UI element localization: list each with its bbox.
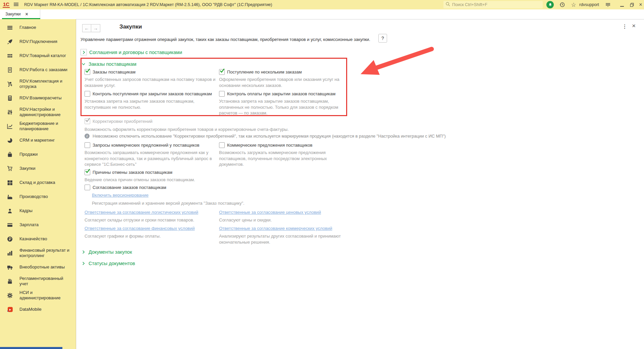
enable-versioning-link[interactable]: Включить версионирование: [92, 193, 149, 198]
checkbox-checked-icon: [219, 69, 225, 75]
search-input[interactable]: Поиск Ctrl+Shift+F: [443, 1, 543, 8]
checkbox-supplier-quotes[interactable]: Коммерческие предложения поставщиков: [219, 142, 312, 148]
desc-purchase-corrections: Возможность оформлять корректировки прио…: [85, 127, 413, 133]
desc-versioning: Регистрация изменений и хранение версий …: [92, 200, 293, 206]
sidebar-item-rdv-shipping[interactable]: RDV:Комплектация и отгрузка: [0, 77, 76, 91]
page-title: Закупки: [119, 23, 142, 30]
1c-logo: 1С: [3, 1, 10, 8]
sidebar-item-rdv-catalog[interactable]: RDV:Товарный каталог: [0, 49, 76, 63]
section-document-statuses[interactable]: Статусы документов: [80, 260, 135, 266]
desc-supplier-orders: Учет собственных запросов поставщикам на…: [85, 77, 217, 88]
tab-close-icon[interactable]: ×: [25, 12, 28, 16]
checkbox-checked-icon: [85, 69, 90, 75]
chevron-down-icon: [80, 61, 86, 67]
close-form-icon[interactable]: ×: [632, 22, 636, 30]
search-placeholder: Поиск Ctrl+Shift+F: [452, 2, 487, 7]
link-logistics-approvers[interactable]: Ответственные за согласование логистичес…: [85, 210, 198, 215]
forward-button[interactable]: →: [91, 24, 100, 32]
back-button[interactable]: ←: [82, 24, 91, 32]
gear-icon: [0, 293, 19, 298]
sidebar-item-finresult[interactable]: Финансовый результат и контроллинг: [0, 246, 76, 260]
sidebar-item-datamobile[interactable]: DataMobile: [0, 302, 76, 316]
sidebar-item-production[interactable]: Производство: [0, 190, 76, 204]
section-supplier-orders[interactable]: Заказы поставщикам: [80, 61, 137, 67]
register-icon: [0, 279, 19, 284]
sections-panel: Главное RDV:Подключения RDV:Товарный кат…: [0, 19, 76, 349]
sidebar-item-nsi[interactable]: НСИ и администрирование: [0, 288, 76, 302]
minimize-icon[interactable]: [618, 1, 626, 8]
link-commercial-approvers[interactable]: Ответственные за согласование коммерческ…: [219, 226, 332, 231]
tab-purchases[interactable]: Закупки ×: [2, 9, 40, 19]
checkbox-receipt-control[interactable]: Контроль поступления при закрытии заказо…: [85, 91, 212, 97]
sidebar-item-warehouse[interactable]: Склад и доставка: [0, 176, 76, 190]
rocket-icon: [0, 39, 19, 45]
chevron-right-icon: [80, 249, 86, 255]
sidebar-item-rdv-connections[interactable]: RDV:Подключения: [0, 35, 76, 49]
desc-cancel-reasons: Ведение списка причин отмены заказов пос…: [85, 177, 252, 183]
section-agreements[interactable]: Соглашения и договоры с поставщиками: [80, 49, 182, 55]
section-purchase-documents[interactable]: Документы закупок: [80, 249, 132, 255]
main-menu-icon[interactable]: [13, 2, 19, 8]
favorites-star-icon[interactable]: ☆: [570, 1, 578, 8]
person-icon: [0, 208, 19, 214]
chevron-right-icon: [80, 260, 86, 266]
link-price-approvers[interactable]: Ответственные за согласование ценовых ус…: [219, 210, 321, 215]
chevron-right-icon: [80, 49, 87, 55]
back-arrow-icon: ←: [85, 26, 89, 31]
sidebar-item-budgeting[interactable]: Бюджетирование и планирование: [0, 119, 76, 133]
checkbox-cancel-reasons[interactable]: Причины отмены заказов поставщикам: [85, 169, 172, 175]
current-user[interactable]: rdvsupport: [579, 2, 599, 7]
datamobile-logo: [0, 306, 19, 313]
menu-icon: [0, 25, 19, 31]
calculator-icon: [0, 95, 19, 101]
history-icon[interactable]: [558, 1, 566, 8]
sidebar-item-rdv-settlements[interactable]: RDV:Взаиморасчеты: [0, 91, 76, 105]
help-button[interactable]: ?: [378, 34, 387, 43]
catalog-grid-icon: [0, 53, 19, 59]
sidebar-item-sales[interactable]: Продажи: [0, 147, 76, 161]
link-finance-approvers[interactable]: Ответственные за согласование финансовых…: [85, 226, 195, 231]
sidebar-item-assets[interactable]: Внеоборотные активы: [0, 260, 76, 274]
warehouse-icon: [0, 180, 19, 186]
sidebar-item-regulated[interactable]: Регламентированный учет: [0, 274, 76, 288]
card-icon: [0, 222, 19, 228]
info-icon: i: [85, 134, 90, 139]
notifications-bell-icon[interactable]: [546, 1, 554, 8]
application-window: 1С RDV Маркет RM-KA-MODEL / 1С:Комплексн…: [0, 0, 644, 349]
checkbox-supplier-orders[interactable]: Заказы поставщикам: [85, 69, 136, 75]
sidebar-item-rdv-orders[interactable]: RDV:Работа с заказами: [0, 63, 76, 77]
forward-arrow-icon: →: [93, 26, 98, 31]
more-actions-icon[interactable]: ⋮: [622, 23, 628, 30]
sidebar-item-main[interactable]: Главное: [0, 20, 76, 35]
checkbox-unchecked-icon: [219, 91, 225, 97]
sidebar-item-treasury[interactable]: Казначейство: [0, 232, 76, 246]
checkbox-purchase-corrections: Корректировки приобретений: [85, 118, 152, 124]
desc-finance-approvers: Согласуют графики и формы оплаты.: [85, 233, 217, 239]
taskbar-strip: [0, 347, 62, 349]
ruble-icon: [0, 236, 19, 242]
desc-rfq: Возможность запрашивать коммерческие пре…: [85, 150, 217, 167]
sidebar-item-crm[interactable]: CRM и маркетинг: [0, 133, 76, 147]
checkbox-order-approval[interactable]: Согласование заказов поставщикам: [85, 185, 166, 190]
checkbox-unchecked-icon: [85, 185, 90, 190]
sidebar-item-rdv-admin[interactable]: RDV:Настройки и администрирование: [0, 105, 76, 119]
sidebar-item-purchases[interactable]: Закупки: [0, 161, 76, 176]
checkbox-checked-disabled-icon: [85, 118, 90, 124]
checkbox-rfq[interactable]: Запросы коммерческих предложений у поста…: [85, 142, 199, 148]
desc-logistics-approvers: Согласуют склады отгрузки и сроки постав…: [85, 217, 217, 223]
handtruck-icon: [0, 81, 19, 87]
sidebar-item-hr[interactable]: Кадры: [0, 204, 76, 218]
desc-multi-order-receipt: Оформление приобретения товаров или оказ…: [219, 77, 347, 88]
checkbox-payment-control[interactable]: Контроль оплаты при закрытии заказов пос…: [219, 91, 335, 97]
tab-bar: Закупки ×: [0, 9, 644, 19]
annotation-arrow: [349, 42, 443, 81]
search-icon: [445, 2, 450, 8]
service-menu-icon[interactable]: [604, 1, 612, 8]
close-window-icon[interactable]: ×: [637, 1, 644, 8]
bar-chart-icon: [0, 250, 19, 256]
window-title: RDV Маркет RM-KA-MODEL / 1С:Комплексная …: [24, 2, 272, 7]
sidebar-item-salary[interactable]: Зарплата: [0, 218, 76, 232]
checkbox-multi-order-receipt[interactable]: Поступление по нескольким заказам: [219, 69, 302, 75]
restore-window-icon[interactable]: [628, 1, 636, 8]
desc-receipt-control: Установка запрета на закрытие заказов по…: [85, 98, 217, 110]
